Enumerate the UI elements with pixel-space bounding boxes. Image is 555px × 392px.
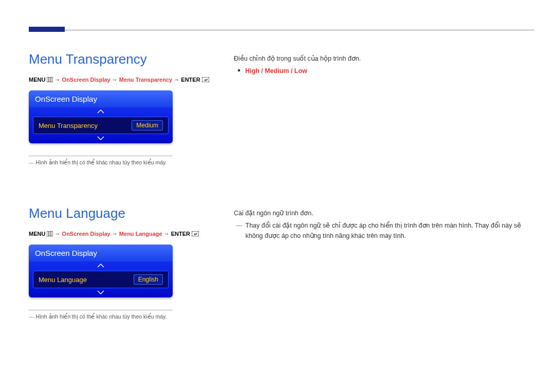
note-text: Thay đổi cài đặt ngôn ngữ sẽ chỉ được áp…: [246, 220, 535, 241]
menu-grid-icon: [47, 231, 53, 237]
chevron-down-icon[interactable]: [29, 134, 173, 143]
breadcrumb-enter: ENTER: [181, 77, 200, 83]
chevron-down-icon[interactable]: [29, 288, 173, 297]
divider: [29, 310, 173, 310]
svg-rect-3: [202, 77, 209, 82]
description-transparency: Điều chỉnh độ trong suốt của hộp trình đ…: [234, 53, 534, 76]
bullet-icon: [238, 69, 240, 71]
osd-panel-transparency: OnScreen Display Menu Transparency Mediu…: [29, 90, 173, 143]
osd-header: OnScreen Display: [29, 90, 173, 107]
footnote-language: Hình ảnh hiển thị có thể khác nhau tùy t…: [29, 313, 219, 320]
breadcrumb-arrow-2: →: [112, 77, 119, 83]
options-text: High / Medium / Low: [245, 67, 307, 74]
svg-rect-4: [47, 231, 53, 236]
breadcrumb-enter: ENTER: [171, 231, 190, 237]
divider: [29, 156, 173, 156]
breadcrumb-language: MENU → OnScreen Display → Menu Language …: [29, 231, 219, 237]
breadcrumb-arrow-1: →: [55, 231, 62, 237]
options-row: High / Medium / Low: [234, 66, 534, 76]
chevron-up-icon[interactable]: [29, 262, 173, 271]
footnote-transparency: Hình ảnh hiển thị có thể khác nhau tùy t…: [29, 159, 219, 165]
breadcrumb-transparency: MENU → OnScreen Display → Menu Transpare…: [29, 77, 219, 83]
desc-text: Cài đặt ngôn ngữ trình đơn.: [234, 208, 534, 218]
breadcrumb-part-2: Menu Transparency: [119, 77, 172, 83]
osd-item-value[interactable]: Medium: [132, 120, 163, 130]
breadcrumb-part-1: OnScreen Display: [62, 231, 110, 237]
top-divider: [29, 30, 534, 30]
chevron-up-icon[interactable]: [29, 107, 173, 117]
dash-icon: ―: [236, 220, 243, 231]
note-row: ― Thay đổi cài đặt ngôn ngữ sẽ chỉ được …: [234, 220, 534, 241]
enter-icon: [202, 77, 209, 83]
svg-rect-7: [192, 231, 199, 236]
breadcrumb-arrow-2: →: [112, 231, 119, 237]
osd-item-value[interactable]: English: [134, 274, 163, 285]
osd-header: OnScreen Display: [29, 245, 173, 262]
breadcrumb-part-1: OnScreen Display: [62, 77, 110, 83]
breadcrumb-arrow-3: →: [174, 77, 181, 83]
breadcrumb-arrow-1: →: [55, 77, 62, 83]
breadcrumb-menu: MENU: [29, 231, 45, 237]
osd-item-label: Menu Language: [39, 276, 87, 284]
brand-bar: [29, 27, 65, 32]
section-menu-language: Menu Language MENU → OnScreen Display → …: [29, 206, 219, 320]
svg-rect-0: [47, 77, 53, 82]
section-title-language: Menu Language: [29, 206, 219, 221]
osd-panel-language: OnScreen Display Menu Language English: [29, 245, 173, 297]
menu-grid-icon: [47, 77, 53, 83]
osd-item-label: Menu Transparency: [39, 122, 98, 129]
section-menu-transparency: Menu Transparency MENU → OnScreen Displa…: [29, 51, 219, 165]
section-title-transparency: Menu Transparency: [29, 51, 219, 67]
breadcrumb-part-2: Menu Language: [119, 231, 162, 237]
description-language: Cài đặt ngôn ngữ trình đơn. ― Thay đổi c…: [234, 208, 534, 241]
osd-item-language[interactable]: Menu Language English: [33, 271, 169, 288]
breadcrumb-menu: MENU: [29, 77, 45, 83]
enter-icon: [192, 231, 199, 237]
breadcrumb-arrow-3: →: [164, 231, 171, 237]
desc-text: Điều chỉnh độ trong suốt của hộp trình đ…: [234, 53, 534, 64]
osd-item-transparency[interactable]: Menu Transparency Medium: [33, 117, 169, 134]
